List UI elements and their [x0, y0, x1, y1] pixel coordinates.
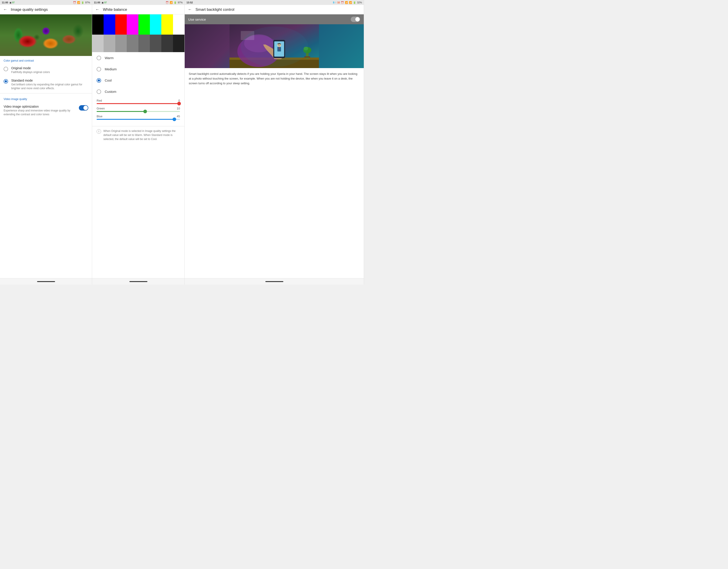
page-title-2: White balance: [103, 7, 127, 12]
red-track[interactable]: [97, 103, 180, 104]
nav-pill-3[interactable]: [265, 281, 283, 282]
red-thumb[interactable]: [177, 102, 181, 105]
gray-8: [173, 35, 184, 52]
red-slider-label: Red: [97, 99, 102, 102]
battery-pct-3: 32%: [357, 1, 362, 4]
time-2: 11:00: [94, 1, 100, 4]
gray-3: [115, 35, 127, 52]
notify-badge-3: 32: [337, 1, 340, 4]
hero-image: [0, 14, 92, 56]
swatch-black: [92, 14, 104, 35]
nav-pill-1[interactable]: [37, 281, 55, 282]
bottom-nav-2: [92, 278, 184, 285]
blue-track[interactable]: [97, 119, 180, 120]
battery-badge-2: 97: [104, 1, 107, 4]
gray-2: [104, 35, 115, 52]
info-icon: i: [97, 129, 101, 134]
standard-mode-title: Standard mode: [11, 79, 88, 82]
battery-icon-2: 🔋: [174, 1, 177, 4]
smart-backlight-description: Smart backlight control automatically de…: [185, 68, 364, 89]
wifi-icon-1: 📶: [77, 1, 80, 4]
smart-backlight-illustration: [185, 24, 364, 68]
back-button-2[interactable]: ←: [95, 7, 99, 12]
medium-radio[interactable]: [97, 67, 101, 71]
original-mode-title: Original mode: [11, 66, 88, 70]
swatch-green: [138, 14, 150, 35]
red-fill: [97, 103, 180, 104]
panel2-content: Warm Medium Cool Custom: [92, 52, 184, 278]
service-bar: Use service: [185, 14, 364, 24]
blue-thumb[interactable]: [173, 118, 176, 121]
gray-1: [92, 35, 104, 52]
battery-pct-2: 97%: [178, 1, 183, 4]
nav-pill-2[interactable]: [129, 281, 147, 282]
panel3-content: Smart backlight control automatically de…: [185, 68, 364, 278]
image-quality-panel: 11:00 ▣ 97 ⏰ 📶 🔋 97% ← Image quality set…: [0, 0, 92, 285]
toolbar-3: ← Smart backlight control: [185, 5, 364, 14]
battery-icon-1: 🔋: [81, 1, 84, 4]
toolbar-2: ← White balance: [92, 5, 184, 14]
green-track[interactable]: [97, 111, 180, 112]
service-toggle-knob: [355, 17, 360, 22]
warm-radio[interactable]: [97, 56, 101, 60]
original-mode-text: Original mode Faithfully displays origin…: [11, 66, 88, 74]
original-mode-radio[interactable]: [4, 67, 8, 71]
swatch-white: [173, 14, 184, 35]
green-slider-value: 10: [177, 107, 180, 110]
standard-mode-item[interactable]: Standard mode Get brilliant colors by ex…: [0, 76, 92, 93]
blue-fill: [97, 119, 176, 120]
wb-warm-option[interactable]: Warm: [92, 52, 184, 63]
back-button-1[interactable]: ←: [3, 7, 7, 12]
status-icons-1: ▣ 97: [9, 1, 15, 4]
original-mode-desc: Faithfully displays original colors: [11, 70, 88, 74]
panel1-content: Color gamut and contrast Original mode F…: [0, 56, 92, 278]
standard-mode-radio[interactable]: [4, 79, 8, 84]
color-bar-bottom: [92, 35, 184, 52]
blue-slider-header: Blue 45: [97, 115, 180, 118]
cool-radio[interactable]: [97, 78, 101, 83]
swatch-blue: [104, 14, 115, 35]
white-balance-panel: 11:00 ▣ 97 ⏰ 📶 🔋 97% ← White balance: [92, 0, 185, 285]
service-label: Use service: [188, 18, 206, 21]
bottom-nav-3: [185, 278, 364, 285]
time-3: 13:52: [186, 1, 193, 4]
cool-label: Cool: [105, 78, 112, 82]
swatch-cyan: [150, 14, 161, 35]
wb-sliders: Red 0 Green 10: [92, 97, 184, 124]
green-thumb[interactable]: [143, 110, 147, 113]
blue-slider-value: 45: [177, 115, 180, 118]
svg-rect-12: [304, 56, 310, 58]
svg-point-16: [241, 27, 308, 67]
status-right-3: S ⁝ 32 ⏰ 📶 📶 🔋 32%: [333, 1, 362, 4]
swatch-magenta: [127, 14, 138, 35]
warm-label: Warm: [105, 56, 113, 60]
video-optimization-text: Video image optimization Experience shar…: [4, 105, 76, 116]
battery-icon-3: 🔋: [353, 1, 356, 4]
medium-label: Medium: [105, 67, 117, 71]
status-bar-1: 11:00 ▣ 97 ⏰ 📶 🔋 97%: [0, 0, 92, 5]
back-button-3[interactable]: ←: [188, 7, 192, 12]
green-slider-label: Green: [97, 107, 105, 110]
status-icons-2: ▣ 97: [102, 1, 107, 4]
color-gamut-section-header: Color gamut and contrast: [0, 56, 92, 64]
wb-medium-option[interactable]: Medium: [92, 63, 184, 75]
blue-slider-label: Blue: [97, 115, 102, 118]
custom-radio[interactable]: [97, 89, 101, 94]
cool-radio-fill: [98, 79, 100, 82]
battery-badge-1: 97: [12, 1, 15, 4]
gray-7: [161, 35, 173, 52]
custom-label: Custom: [105, 90, 116, 93]
wb-options-list: Warm Medium Cool Custom: [92, 52, 184, 97]
video-optimization-toggle[interactable]: [79, 105, 88, 111]
skype-icon-3: S: [333, 1, 334, 4]
signal-icon-3: 📶: [349, 1, 352, 4]
standard-mode-desc: Get brilliant colors by expanding the or…: [11, 83, 88, 90]
smart-backlight-panel: 13:52 S ⁝ 32 ⏰ 📶 📶 🔋 32% ← Smart backlig…: [185, 0, 364, 285]
alarm-icon-2: ⏰: [166, 1, 169, 4]
status-right-1: ⏰ 📶 🔋 97%: [73, 1, 90, 4]
time-1: 11:00: [2, 1, 8, 4]
wb-cool-option[interactable]: Cool: [92, 75, 184, 86]
service-toggle[interactable]: [351, 17, 360, 22]
original-mode-item[interactable]: Original mode Faithfully displays origin…: [0, 64, 92, 76]
wb-custom-option[interactable]: Custom: [92, 86, 184, 97]
